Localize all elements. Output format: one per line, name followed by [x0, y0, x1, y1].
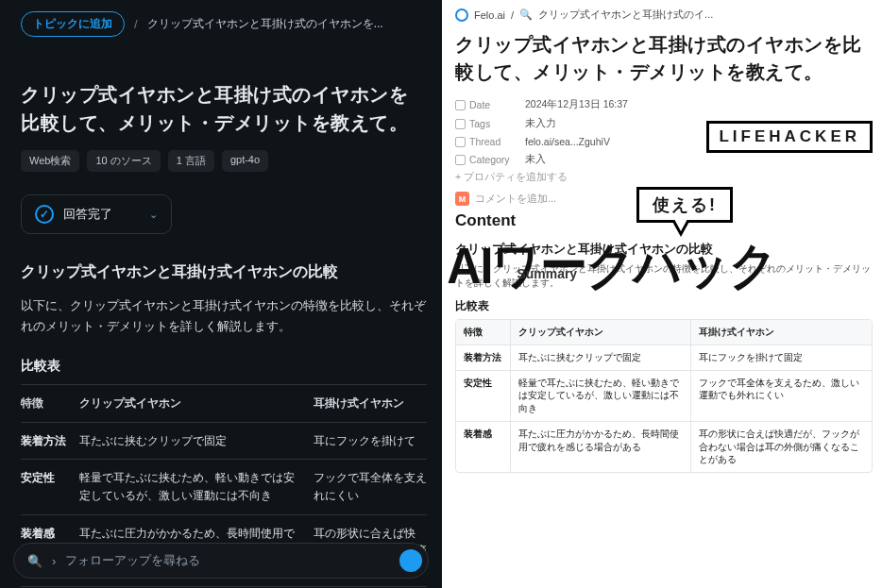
td: 耳にフックを掛けて	[314, 432, 427, 450]
td: フックで耳全体を支えれにくい	[314, 469, 427, 504]
add-to-topic-button[interactable]: トピックに追加	[21, 11, 125, 37]
th: クリップ式イヤホン	[511, 320, 691, 344]
clock-icon	[455, 100, 466, 110]
meta-tags[interactable]: 未入力	[525, 117, 556, 130]
table-row: 装着方法 耳たぶに挟むクリップで固定 耳にフックを掛けて固定	[456, 345, 872, 371]
breadcrumb[interactable]: クリップ式イヤホンと耳掛け式のイヤホンを...	[147, 16, 383, 32]
th-feature: 特徴	[21, 395, 79, 412]
chip-web-search[interactable]: Web検索	[21, 150, 79, 172]
meta-category-row: Category 未入	[455, 150, 873, 169]
chat-pane: トピックに追加 / クリップ式イヤホンと耳掛け式のイヤホンを... クリップ式イ…	[0, 0, 442, 588]
td: 安定性	[456, 371, 511, 421]
comparison-table: 特徴 クリップ式イヤホン 耳掛け式イヤホン 装着方法 耳たぶに挟むクリップで固定…	[455, 319, 873, 473]
followup-placeholder: フォローアップを尋ねる	[65, 552, 200, 569]
tag-icon	[455, 119, 466, 129]
chip-model[interactable]: gpt-4o	[222, 150, 268, 172]
breadcrumb-separator: /	[511, 9, 514, 21]
meta-thread[interactable]: felo.ai/sea...ZguhiV	[525, 136, 610, 147]
document-pane: Felo.ai / 🔍 クリップ式イヤホンと耳掛け式のイ... クリップ式イヤホ…	[442, 0, 882, 588]
followup-input[interactable]: 🔍 › フォローアップを尋ねる	[13, 543, 429, 579]
add-comment-placeholder: コメントを追加...	[475, 192, 556, 206]
chip-sources[interactable]: 10 のソース	[87, 150, 160, 172]
table-row: 安定性 軽量で耳たぶに挟むため、軽い動きでは安定しているが、激しい運動には不向き…	[456, 371, 872, 422]
td: 装着方法	[21, 432, 79, 450]
app-root: トピックに追加 / クリップ式イヤホンと耳掛け式のイヤホンを... クリップ式イ…	[0, 0, 882, 588]
brand-name[interactable]: Felo.ai	[474, 9, 505, 21]
meta-label: Date	[469, 99, 490, 110]
felo-logo-icon	[455, 8, 468, 22]
table-row: 装着感 耳たぶに圧力がかかるため、長時間使用で疲れを感じる場合がある 耳の形状に…	[456, 422, 872, 472]
doc-title: クリップ式イヤホンと耳掛け式のイヤホンを比較して、メリット・デメリットを教えて。	[455, 31, 873, 86]
td: 耳にフックを掛けて固定	[691, 345, 872, 370]
doc-crumb[interactable]: クリップ式イヤホンと耳掛け式のイ...	[538, 8, 713, 22]
check-circle-icon: ✓	[35, 205, 54, 224]
ai-workhack-text: AIワークハック	[447, 237, 776, 294]
th-hook: 耳掛け式イヤホン	[314, 395, 427, 412]
th: 耳掛け式イヤホン	[691, 320, 872, 344]
table-header-row: 特徴 クリップ式イヤホン 耳掛け式イヤホン	[21, 385, 427, 423]
chip-language[interactable]: 1 言語	[168, 150, 214, 172]
td: 安定性	[21, 469, 79, 504]
search-icon: 🔍	[27, 554, 42, 568]
section-heading: クリップ式イヤホンと耳掛け式イヤホンの比較	[21, 262, 427, 282]
meta-date-row: Date 2024年12月13日 16:37	[455, 95, 873, 114]
td: フックで耳全体を支えるため、激しい運動でも外れにくい	[691, 371, 872, 421]
table-header-row: 特徴 クリップ式イヤホン 耳掛け式イヤホン	[456, 320, 872, 345]
summary-label-ghost: Summary	[517, 266, 578, 280]
search-icon: 🔍	[519, 8, 533, 21]
chevron-down-icon: ⌄	[149, 209, 158, 221]
link-icon	[455, 137, 466, 147]
category-icon	[455, 155, 466, 165]
td: 装着方法	[456, 345, 511, 370]
table-heading: 比較表	[455, 299, 873, 313]
meta-category[interactable]: 未入	[525, 153, 546, 166]
td: 耳の形状に合えば快適だが、フックが合わない場合は耳の外側が痛くなることがある	[691, 422, 872, 472]
th-clip: クリップ式イヤホン	[79, 395, 314, 412]
td: 軽量で耳たぶに挟むため、軽い動きでは安定しているが、激しい運動には不向き	[79, 469, 314, 504]
td: 耳たぶに圧力がかかるため、長時間使用で疲れを感じる場合がある	[511, 422, 691, 472]
avatar: M	[455, 192, 469, 206]
section-intro: 以下に、クリップ式イヤホンと耳掛け式イヤホンの特徴を比較し、それぞれのメリット・…	[21, 295, 427, 337]
meta-label: Category	[469, 154, 510, 165]
meta-date[interactable]: 2024年12月13日 16:37	[525, 98, 628, 111]
th: 特徴	[456, 320, 511, 344]
meta-label: Thread	[469, 136, 500, 147]
table-heading: 比較表	[21, 358, 427, 375]
speech-bubble: 使える!	[636, 187, 733, 223]
breadcrumb-separator: /	[134, 17, 138, 31]
chevron-icon: ›	[52, 554, 56, 568]
table-row: 装着方法 耳たぶに挟むクリップで固定 耳にフックを掛けて	[21, 423, 427, 461]
table-row: 安定性 軽量で耳たぶに挟むため、軽い動きでは安定しているが、激しい運動には不向き…	[21, 460, 427, 514]
speech-bubble-text: 使える!	[636, 187, 733, 223]
meta-label: Tags	[469, 118, 490, 129]
send-button[interactable]	[399, 549, 422, 572]
lifehacker-logo: LIFEHACKER	[706, 121, 873, 153]
td: 耳たぶに挟むクリップで固定	[511, 345, 691, 370]
td: 軽量で耳たぶに挟むため、軽い動きでは安定しているが、激しい運動には不向き	[511, 371, 691, 421]
answer-complete-toggle[interactable]: ✓ 回答完了 ⌄	[21, 194, 172, 234]
td: 装着感	[456, 422, 511, 472]
top-bar: トピックに追加 / クリップ式イヤホンと耳掛け式のイヤホンを...	[21, 11, 427, 37]
doc-breadcrumb: Felo.ai / 🔍 クリップ式イヤホンと耳掛け式のイ...	[455, 8, 873, 22]
meta-chips: Web検索 10 のソース 1 言語 gpt-4o	[21, 150, 427, 172]
answer-complete-label: 回答完了	[63, 206, 112, 223]
query-title: クリップ式イヤホンと耳掛け式のイヤホンを比較して、メリット・デメリットを教えて。	[21, 80, 427, 137]
ai-workhack-logo: AIワークハック Summary	[447, 240, 776, 291]
add-property-button[interactable]: + プロパティを追加する	[455, 171, 873, 184]
td: 耳たぶに挟むクリップで固定	[79, 432, 314, 450]
